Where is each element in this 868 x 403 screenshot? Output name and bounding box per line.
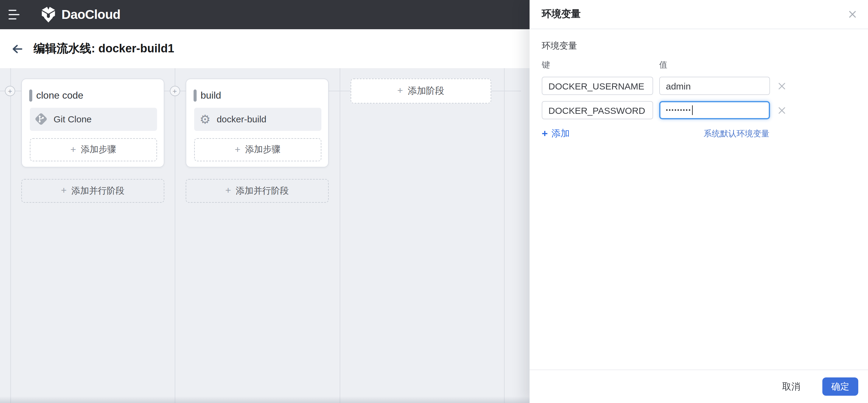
confirm-button[interactable]: 确定: [823, 377, 858, 396]
stage-header: build: [193, 89, 320, 101]
plus-icon: +: [173, 87, 177, 95]
add-step-button[interactable]: + 添加步骤: [194, 138, 321, 161]
env-row: •••••••••: [542, 101, 856, 119]
drawer-body: 环境变量 键 值 •••••••••: [530, 29, 868, 370]
remove-env-row-icon[interactable]: [778, 106, 786, 114]
add-step-button[interactable]: + 添加步骤: [30, 138, 157, 161]
stage-header: clone code: [29, 89, 156, 101]
add-env-label: 添加: [552, 128, 570, 140]
plus-icon: +: [70, 145, 76, 154]
env-value-input-focused[interactable]: •••••••••: [659, 101, 770, 119]
step-docker-build[interactable]: ⚙ docker-build: [194, 107, 321, 131]
plus-icon: +: [61, 186, 67, 196]
env-variables-drawer: 环境变量 环境变量 键 值: [530, 0, 868, 403]
step-label: docker-build: [217, 114, 266, 124]
stage-accent-bar: [29, 89, 32, 101]
page-title: 编辑流水线: docker-build1: [33, 41, 174, 57]
insert-stage-before-button[interactable]: +: [5, 86, 15, 96]
insert-stage-between-button[interactable]: +: [169, 86, 180, 96]
brand-logo: DaoCloud: [40, 5, 121, 24]
stage-name: clone code: [36, 90, 83, 101]
env-row: [542, 77, 856, 95]
drawer-header: 环境变量: [530, 0, 868, 29]
cancel-button[interactable]: 取消: [782, 381, 800, 392]
brand-name: DaoCloud: [61, 7, 121, 22]
add-step-label: 添加步骤: [245, 144, 281, 155]
plus-icon: +: [542, 128, 548, 139]
plus-icon: +: [235, 145, 241, 154]
env-section-label: 环境变量: [542, 40, 856, 52]
drawer-title: 环境变量: [542, 8, 581, 21]
add-stage-button[interactable]: + 添加阶段: [350, 78, 491, 103]
env-key-input[interactable]: [542, 101, 653, 119]
value-column-header: 值: [659, 60, 668, 71]
grid-line: [504, 68, 505, 403]
add-parallel-stage-button[interactable]: + 添加并行阶段: [185, 179, 329, 203]
masked-password-value: •••••••••: [666, 107, 691, 113]
step-label: Git Clone: [54, 114, 92, 124]
daocloud-cube-icon: [40, 5, 57, 24]
stage-card-clone-code: clone code Git Clone + 添加步骤: [21, 78, 164, 167]
add-step-label: 添加步骤: [81, 144, 116, 155]
grid-line: [10, 68, 11, 403]
add-env-variable-link[interactable]: + 添加: [542, 128, 570, 140]
stage-card-build: build ⚙ docker-build + 添加步骤: [185, 78, 329, 167]
grid-line: [175, 68, 175, 403]
step-git-clone[interactable]: Git Clone: [30, 107, 157, 131]
env-links-row: + 添加 系统默认环境变量: [542, 128, 769, 140]
back-arrow-icon[interactable]: [10, 42, 24, 55]
plus-icon: +: [8, 87, 12, 95]
remove-env-row-icon[interactable]: [778, 82, 786, 90]
hamburger-menu-icon[interactable]: [8, 7, 22, 23]
plus-icon: +: [397, 86, 403, 96]
stage-accent-bar: [193, 89, 196, 101]
app-root: DaoCloud 编辑流水线: docker-build1 + + cl: [0, 0, 868, 403]
gear-icon: ⚙: [200, 113, 211, 125]
env-value-input[interactable]: [659, 77, 770, 95]
text-cursor: [692, 105, 693, 115]
add-parallel-stage-button[interactable]: + 添加并行阶段: [21, 179, 164, 203]
grid-line: [339, 68, 340, 403]
close-icon[interactable]: [847, 9, 857, 19]
drawer-footer: 取消 确定: [530, 370, 868, 403]
key-column-header: 键: [542, 60, 659, 71]
stage-name: build: [200, 90, 221, 101]
plus-icon: +: [225, 186, 231, 196]
env-key-input[interactable]: [542, 77, 653, 95]
git-icon: [35, 113, 48, 125]
system-default-env-link[interactable]: 系统默认环境变量: [704, 128, 769, 139]
add-stage-label: 添加阶段: [408, 85, 444, 97]
add-parallel-stage-label: 添加并行阶段: [71, 185, 124, 197]
add-parallel-stage-label: 添加并行阶段: [236, 185, 289, 197]
kv-column-headers: 键 值: [542, 60, 856, 71]
